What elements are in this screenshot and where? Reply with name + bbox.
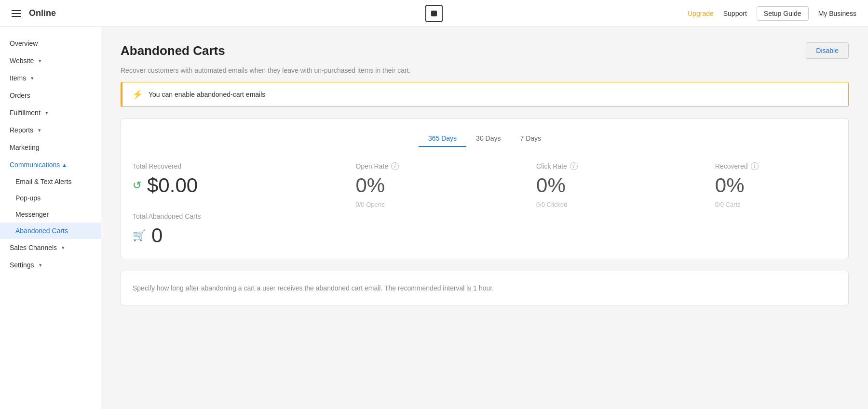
layout: Overview Website ▾ Items ▾ Orders Fulfil… [0,27,868,409]
app-name: Online [29,8,56,18]
sidebar-item-messenger[interactable]: Messenger [0,206,101,223]
sidebar-item-communications[interactable]: Communications ▴ [0,156,101,173]
setup-guide-button[interactable]: Setup Guide [757,6,809,21]
sidebar-item-email-text[interactable]: Email & Text Alerts [0,173,101,190]
click-rate-value: 0% [536,174,566,197]
chevron-down-icon: ▾ [38,127,41,133]
bottom-card-text: Specify how long after abandoning a cart… [133,283,837,293]
chevron-down-icon: ▾ [31,75,34,81]
recovered-rate-value: 0% [715,174,745,197]
open-rate-value: 0% [355,174,385,197]
recovered-rate-block: Recovered i 0% 0/0 Carts [715,162,759,208]
disable-button[interactable]: Disable [806,42,849,59]
topnav-center [425,5,443,22]
click-rate-label-row: Click Rate i [536,162,578,170]
tab-7-days[interactable]: 7 Days [510,131,551,147]
total-recovered-value-row: ↺ $0.00 [133,174,258,197]
chevron-up-icon: ▴ [63,161,66,169]
sidebar-item-orders[interactable]: Orders [0,87,101,104]
recovered-rate-label-row: Recovered i [715,162,759,170]
sidebar-item-sales-channels[interactable]: Sales Channels ▾ [0,239,101,256]
sidebar-item-popups[interactable]: Pop-ups [0,190,101,206]
stats-content: Total Recovered ↺ $0.00 Total Abandoned … [133,162,837,247]
page-title: Abandoned Carts [121,43,225,58]
hamburger-button[interactable] [12,10,21,17]
open-rate-info-icon[interactable]: i [391,162,399,170]
my-business-link[interactable]: My Business [818,10,856,17]
main-content: Abandoned Carts Disable Recover customer… [101,27,868,409]
page-description: Recover customers with automated emails … [121,66,849,74]
click-rate-sub: 0/0 Clicked [536,201,567,208]
chevron-down-icon: ▾ [45,110,48,116]
sidebar-item-marketing[interactable]: Marketing [0,139,101,156]
logo-box [425,5,443,22]
topnav: Online Upgrade Support Setup Guide My Bu… [0,0,868,27]
chevron-down-icon: ▾ [39,58,41,64]
time-tabs: 365 Days 30 Days 7 Days [133,131,837,147]
recovered-rate-info-icon[interactable]: i [751,162,759,170]
total-recovered-value: $0.00 [147,174,198,197]
stats-right: Open Rate i 0% 0/0 Opens Click Rate i 0%… [277,162,837,247]
lightning-icon: ⚡ [132,89,143,100]
sidebar-item-website[interactable]: Website ▾ [0,52,101,69]
upgrade-link[interactable]: Upgrade [688,10,714,17]
sidebar-item-items[interactable]: Items ▾ [0,69,101,87]
support-link[interactable]: Support [723,10,747,17]
sidebar-item-fulfillment[interactable]: Fulfillment ▾ [0,104,101,121]
topnav-left: Online [12,8,56,18]
total-carts-value-row: 🛒 0 [133,224,258,247]
logo-inner [431,11,437,16]
click-rate-label: Click Rate [536,162,567,170]
cart-icon: 🛒 [133,229,146,242]
stats-card: 365 Days 30 Days 7 Days Total Recovered … [121,119,849,259]
sidebar-item-settings[interactable]: Settings ▾ [0,256,101,274]
recovered-rate-sub: 0/0 Carts [715,201,741,208]
stats-left: Total Recovered ↺ $0.00 Total Abandoned … [133,162,277,247]
recovered-rate-label: Recovered [715,162,748,170]
sidebar-item-overview[interactable]: Overview [0,35,101,52]
chevron-down-icon: ▾ [62,245,65,251]
click-rate-block: Click Rate i 0% 0/0 Clicked [536,162,578,208]
open-rate-label-row: Open Rate i [355,162,399,170]
refresh-icon: ↺ [133,179,141,192]
chevron-down-icon: ▾ [39,262,42,268]
sidebar-item-reports[interactable]: Reports ▾ [0,121,101,139]
alert-message: You can enable abandoned-cart emails [149,91,265,98]
open-rate-sub: 0/0 Opens [355,201,384,208]
tab-365-days[interactable]: 365 Days [419,131,466,147]
bottom-card: Specify how long after abandoning a cart… [121,271,849,305]
sidebar: Overview Website ▾ Items ▾ Orders Fulfil… [0,27,101,409]
total-carts-label: Total Abandoned Carts [133,212,258,220]
sidebar-item-abandoned-carts[interactable]: Abandoned Carts [0,223,101,239]
total-carts-block: Total Abandoned Carts 🛒 0 [133,212,258,247]
total-recovered-block: Total Recovered ↺ $0.00 [133,162,258,197]
page-header: Abandoned Carts Disable [121,42,849,59]
click-rate-info-icon[interactable]: i [570,162,578,170]
total-recovered-label: Total Recovered [133,162,258,170]
topnav-right: Upgrade Support Setup Guide My Business [688,6,856,21]
alert-banner: ⚡ You can enable abandoned-cart emails [121,82,849,107]
total-carts-value: 0 [151,224,163,247]
tab-30-days[interactable]: 30 Days [466,131,510,147]
open-rate-block: Open Rate i 0% 0/0 Opens [355,162,399,208]
open-rate-label: Open Rate [355,162,388,170]
